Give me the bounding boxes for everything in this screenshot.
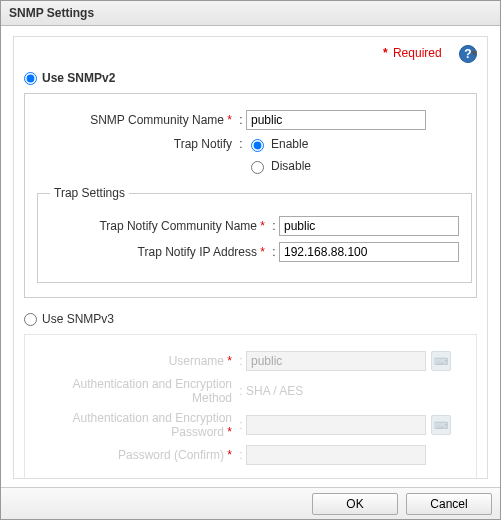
trap-notify-row: Trap Notify : Enable [37,136,464,152]
v3-auth-password-label: Authentication and Encryption Password * [37,411,236,439]
trap-notify-disable[interactable]: Disable [246,158,311,174]
v3-auth-method-row: Authentication and Encryption Method : S… [37,377,464,405]
use-snmpv3-label: Use SNMPv3 [42,312,114,326]
ok-button[interactable]: OK [312,493,398,515]
trap-ip-row: Trap Notify IP Address * : [50,242,459,262]
keyboard-icon: ⌨ [431,415,451,435]
cancel-button[interactable]: Cancel [406,493,492,515]
trap-community-input[interactable] [279,216,459,236]
trap-settings-legend: Trap Settings [50,186,129,200]
v3-confirm-row: Password (Confirm) * : [37,445,464,465]
trap-notify-enable-input[interactable] [251,139,264,152]
snmpv2-section: SNMP Community Name * : Trap Notify : En… [24,93,477,298]
v3-auth-method-value: SHA / AES [246,384,303,398]
trap-ip-label: Trap Notify IP Address * [50,245,269,259]
use-snmpv2-radio[interactable]: Use SNMPv2 [24,71,477,85]
dialog-footer: OK Cancel [1,487,500,519]
v3-confirm-input [246,445,426,465]
trap-ip-input[interactable] [279,242,459,262]
dialog-title: SNMP Settings [1,1,500,26]
v3-confirm-label: Password (Confirm) * [37,448,236,462]
snmp-settings-dialog: SNMP Settings * Required ? Use SNMPv2 SN… [0,0,501,520]
community-name-label: SNMP Community Name * [37,113,236,127]
use-snmpv3-radio[interactable]: Use SNMPv3 [24,312,477,326]
trap-notify-enable[interactable]: Enable [246,136,308,152]
trap-notify-disable-input[interactable] [251,161,264,174]
keyboard-icon: ⌨ [431,351,451,371]
help-button[interactable]: ? [451,45,477,63]
trap-settings-fieldset: Trap Settings Trap Notify Community Name… [37,186,472,283]
v3-username-input [246,351,426,371]
community-name-input[interactable] [246,110,426,130]
v3-auth-password-input [246,415,426,435]
trap-notify-row-2: Disable [37,158,464,174]
v3-username-row: Username * : ⌨ [37,351,464,371]
required-star: * [383,46,388,60]
chevron-down-icon [471,51,477,56]
form-panel: * Required ? Use SNMPv2 SNMP Community N… [13,36,488,479]
required-indicator-row: * Required ? [24,45,477,63]
community-name-row: SNMP Community Name * : [37,110,464,130]
v3-auth-method-label: Authentication and Encryption Method [37,377,236,405]
required-label: Required [393,46,442,60]
v3-auth-password-row: Authentication and Encryption Password *… [37,411,464,439]
v3-username-label: Username * [37,354,236,368]
dialog-content: * Required ? Use SNMPv2 SNMP Community N… [1,26,500,487]
snmpv3-section: Username * : ⌨ Authentication and Encryp… [24,334,477,479]
trap-community-label: Trap Notify Community Name * [50,219,269,233]
use-snmpv2-label: Use SNMPv2 [42,71,115,85]
trap-notify-label: Trap Notify [37,137,236,151]
trap-community-row: Trap Notify Community Name * : [50,216,459,236]
use-snmpv2-radio-input[interactable] [24,72,37,85]
use-snmpv3-radio-input[interactable] [24,313,37,326]
